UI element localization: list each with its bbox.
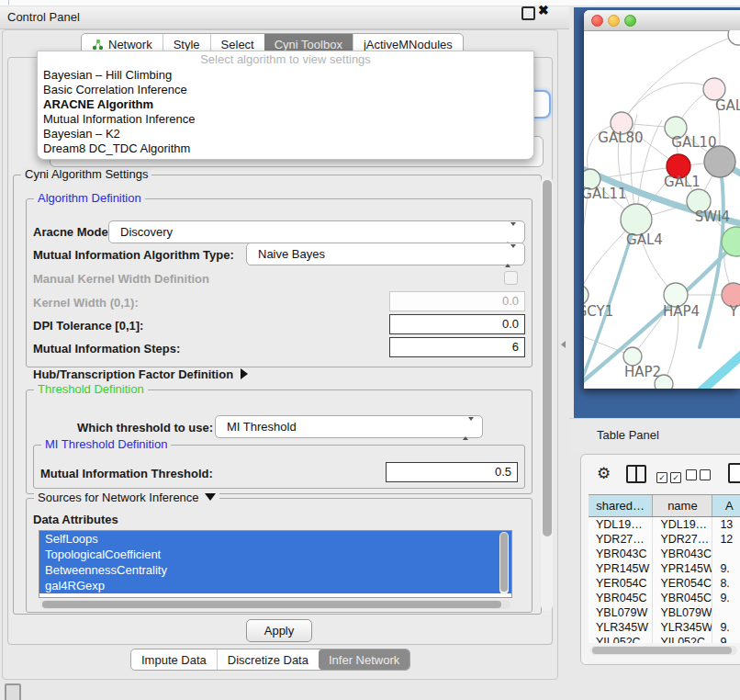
window-close-icon[interactable] (591, 15, 603, 27)
float-window-icon[interactable] (521, 6, 535, 20)
column-header-shared…[interactable]: shared… (589, 495, 653, 516)
hub-definition-toggle[interactable]: Hub/Transcription Factor Definition (33, 367, 248, 381)
data-attributes-label: Data Attributes (33, 513, 118, 526)
dropdown-item[interactable]: Dream8 DC_TDC Algorithm (38, 141, 533, 156)
table-row[interactable]: YDR27…YDR27…12 (589, 532, 740, 547)
node-label: HAP2 (624, 364, 661, 380)
dropdown-item[interactable]: Bayesian – Hill Climbing (38, 68, 533, 83)
table-cell[interactable]: YIL052C (589, 635, 653, 643)
network-canvas[interactable]: GALGAL80GAL10GAL1GAL11SWI4GAL4GCY1HAP4YH… (584, 30, 740, 389)
node-label: GAL10 (671, 134, 716, 151)
gear-icon[interactable]: ⚙ (597, 464, 611, 483)
table-cell[interactable]: 8. (712, 576, 740, 591)
column-header-name[interactable]: name (653, 495, 712, 516)
threshold-definition-legend: Threshold Definition (34, 382, 148, 396)
table-row[interactable]: YBR045CYBR045C9. (589, 591, 740, 605)
mi-algorithm-type-combo[interactable]: Naive Bayes (246, 243, 525, 265)
node-label: GAL4 (626, 231, 663, 248)
which-threshold-combo[interactable]: MI Threshold (215, 415, 483, 438)
network-node-gal4[interactable] (621, 204, 652, 235)
table-cell[interactable]: YDR27… (589, 532, 653, 547)
node-label: SWI4 (695, 209, 730, 225)
table-cell[interactable]: YBL079W (653, 605, 712, 620)
table-cell[interactable]: 9. (712, 561, 740, 576)
aracne-mode-label: Aracne Mode: (33, 225, 112, 239)
mi-algorithm-type-label: Mutual Information Algorithm Type: (33, 248, 234, 262)
table-cell[interactable]: 9. (712, 591, 740, 605)
table-cell[interactable]: YER054C (589, 576, 653, 591)
network-window-titlebar[interactable] (584, 10, 740, 31)
table-row[interactable]: YBR043CYBR043C (589, 547, 740, 561)
combo-spinner-icon (463, 421, 474, 437)
table-cell[interactable]: YIL052C (653, 635, 712, 643)
kernel-width-label: Kernel Width (0,1): (33, 296, 139, 310)
dropdown-item[interactable]: Bayesian – K2 (38, 127, 533, 141)
table-cell[interactable]: YPR145W (589, 561, 653, 576)
table-row[interactable]: YDL19…YDL19…13 (589, 517, 740, 532)
minimized-panel-icon[interactable] (5, 683, 21, 700)
table-cell[interactable]: YLR345W (589, 620, 653, 635)
table-cell[interactable]: YBR043C (653, 547, 712, 561)
table-cell[interactable]: 13 (712, 517, 740, 532)
table-cell[interactable]: YBR045C (589, 591, 653, 605)
table-cell[interactable] (712, 605, 740, 620)
table-cell[interactable]: 9. (712, 620, 740, 635)
table-cell[interactable] (712, 547, 740, 561)
tab-discretize-data[interactable]: Discretize Data (217, 649, 319, 670)
table-cell[interactable]: YBR043C (589, 547, 653, 561)
data-attributes-list[interactable]: SelfLoopsTopologicalCoefficientBetweenne… (39, 530, 512, 598)
dropdown-item[interactable]: Mutual Information Inference (38, 112, 533, 127)
tab-impute-data[interactable]: Impute Data (131, 649, 217, 670)
close-panel-icon[interactable]: ✖ (538, 3, 549, 17)
data-attribute-item[interactable]: BetweennessCentrality (39, 562, 511, 578)
hub-definition-label: Hub/Transcription Factor Definition (33, 367, 233, 381)
table-cell[interactable]: 9 (712, 635, 740, 643)
table-row[interactable]: YIL052CYIL052C9 (589, 635, 740, 643)
column-header-A[interactable]: A (712, 495, 740, 516)
table-cell[interactable]: YER054C (653, 576, 712, 591)
table-cell[interactable]: YDR27… (653, 532, 712, 547)
panel-divider-handle[interactable] (561, 341, 566, 348)
apply-button[interactable]: Apply (246, 619, 312, 642)
table-cell[interactable]: 12 (712, 532, 740, 547)
new-page-icon[interactable] (728, 463, 740, 483)
data-attribute-item[interactable]: gal4RGexp (39, 578, 511, 593)
data-attribute-item[interactable]: TopologicalCoefficient (39, 547, 511, 562)
network-node[interactable] (728, 30, 740, 45)
mi-threshold-field[interactable]: 0.5 (386, 462, 518, 482)
table-cell[interactable]: YDL19… (589, 517, 653, 532)
dropdown-item[interactable]: ARACNE Algorithm (38, 97, 533, 112)
dropdown-item[interactable]: Basic Correlation Inference (38, 83, 533, 97)
settings-scrollbar[interactable] (541, 176, 553, 611)
sources-legend[interactable]: Sources for Network Inference (34, 491, 219, 504)
uncheck-all-icon[interactable] (686, 468, 713, 484)
split-columns-icon[interactable] (626, 465, 646, 483)
aracne-mode-combo[interactable]: Discovery (108, 220, 525, 243)
network-node-hap2[interactable] (623, 347, 642, 366)
tab-impute-label: Impute Data (141, 653, 207, 667)
network-icon (92, 39, 104, 51)
window-zoom-icon[interactable] (624, 15, 636, 27)
tab-infer-network[interactable]: Infer Network (319, 649, 409, 670)
table-row[interactable]: YBL079WYBL079W (589, 605, 740, 620)
check-all-icon[interactable]: ✓✓ (656, 468, 684, 484)
table-horizontal-scrollbar[interactable] (590, 646, 737, 655)
network-node[interactable] (655, 375, 673, 389)
network-node[interactable] (704, 146, 735, 177)
table-row[interactable]: YER054CYER054C8. (589, 576, 740, 591)
table-row[interactable]: YLR345WYLR345W9. (589, 620, 740, 635)
table-cell[interactable]: YPR145W (653, 561, 712, 576)
list-horizontal-scrollbar[interactable] (40, 600, 510, 609)
table-row[interactable]: YPR145WYPR145W9. (589, 561, 740, 576)
network-node-gcy1[interactable] (584, 285, 589, 305)
list-vertical-scrollbar[interactable] (499, 532, 509, 594)
table-cell[interactable]: YBL079W (589, 605, 653, 620)
network-edge (698, 350, 740, 389)
mi-steps-field[interactable]: 6 (389, 337, 525, 357)
window-minimize-icon[interactable] (608, 15, 620, 27)
table-cell[interactable]: YDL19… (653, 517, 712, 532)
table-cell[interactable]: YBR045C (653, 591, 712, 605)
data-attribute-item[interactable]: SelfLoops (39, 531, 511, 547)
dpi-tolerance-field[interactable]: 0.0 (389, 314, 525, 334)
table-cell[interactable]: YLR345W (653, 620, 712, 635)
